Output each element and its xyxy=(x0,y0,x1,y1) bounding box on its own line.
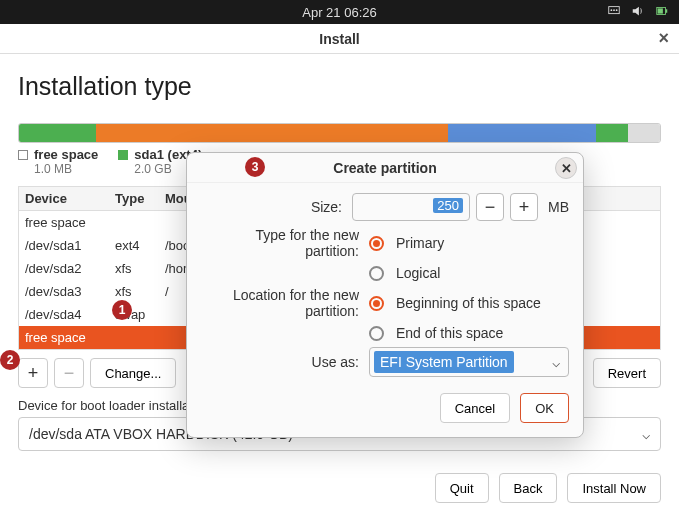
radio-primary-label: Primary xyxy=(396,235,444,251)
disk-seg-sda3 xyxy=(448,124,595,142)
legend-free-space[interactable]: free space 1.0 MB xyxy=(18,147,98,176)
legend-size: 1.0 MB xyxy=(34,162,98,176)
useas-label: Use as: xyxy=(201,354,369,370)
size-value: 250 xyxy=(433,198,463,213)
clock: Apr 21 06:26 xyxy=(302,5,376,20)
window-title: Install xyxy=(319,31,359,47)
quit-button[interactable]: Quit xyxy=(435,473,489,503)
network-icon[interactable] xyxy=(607,4,621,21)
dialog-close-button[interactable]: ✕ xyxy=(555,157,577,179)
legend-label: free space xyxy=(34,147,98,162)
location-label: Location for the new partition: xyxy=(201,287,369,319)
chevron-down-icon: ⌵ xyxy=(642,426,650,442)
svg-point-1 xyxy=(611,9,613,11)
swatch-green xyxy=(118,150,128,160)
disk-usage-bar xyxy=(18,123,661,143)
annotation-badge-3: 3 xyxy=(245,157,265,177)
ok-button[interactable]: OK xyxy=(520,393,569,423)
svg-point-2 xyxy=(613,9,615,11)
volume-icon[interactable] xyxy=(631,4,645,21)
swatch-empty xyxy=(18,150,28,160)
top-bar: Apr 21 06:26 xyxy=(0,0,679,24)
window-titlebar: Install × xyxy=(0,24,679,54)
svg-point-3 xyxy=(616,9,618,11)
install-now-button[interactable]: Install Now xyxy=(567,473,661,503)
system-tray xyxy=(607,4,669,21)
size-decrement-button[interactable]: − xyxy=(476,193,504,221)
revert-button[interactable]: Revert xyxy=(593,358,661,388)
cancel-button[interactable]: Cancel xyxy=(440,393,510,423)
add-partition-button[interactable]: + xyxy=(18,358,48,388)
radio-end-label: End of this space xyxy=(396,325,503,341)
annotation-badge-2: 2 xyxy=(0,350,20,370)
useas-value: EFI System Partition xyxy=(374,351,514,373)
disk-seg-sda4 xyxy=(596,124,628,142)
wizard-footer: Quit Back Install Now xyxy=(18,473,661,503)
close-icon[interactable]: × xyxy=(658,28,669,49)
dialog-title: Create partition xyxy=(333,160,436,176)
disk-seg-free xyxy=(628,124,660,142)
type-label: Type for the new partition: xyxy=(201,227,369,259)
chevron-down-icon: ⌵ xyxy=(552,354,560,370)
remove-partition-button[interactable]: − xyxy=(54,358,84,388)
size-label: Size: xyxy=(201,199,352,215)
change-button[interactable]: Change... xyxy=(90,358,176,388)
th-type: Type xyxy=(109,187,159,210)
create-partition-dialog: Create partition ✕ Size: 250 − + MB Type… xyxy=(186,152,584,438)
svg-rect-5 xyxy=(666,9,668,13)
radio-primary[interactable] xyxy=(369,236,384,251)
radio-logical-label: Logical xyxy=(396,265,440,281)
size-increment-button[interactable]: + xyxy=(510,193,538,221)
th-device: Device xyxy=(19,187,109,210)
radio-beginning-label: Beginning of this space xyxy=(396,295,541,311)
radio-beginning[interactable] xyxy=(369,296,384,311)
svg-rect-6 xyxy=(658,8,663,13)
disk-seg-sda2 xyxy=(96,124,449,142)
page-title: Installation type xyxy=(18,72,661,101)
size-unit: MB xyxy=(548,199,569,215)
back-button[interactable]: Back xyxy=(499,473,558,503)
useas-select[interactable]: EFI System Partition ⌵ xyxy=(369,347,569,377)
battery-icon[interactable] xyxy=(655,4,669,21)
radio-end[interactable] xyxy=(369,326,384,341)
radio-logical[interactable] xyxy=(369,266,384,281)
size-input[interactable]: 250 xyxy=(352,193,470,221)
disk-seg-sda1 xyxy=(19,124,96,142)
annotation-badge-1: 1 xyxy=(112,300,132,320)
